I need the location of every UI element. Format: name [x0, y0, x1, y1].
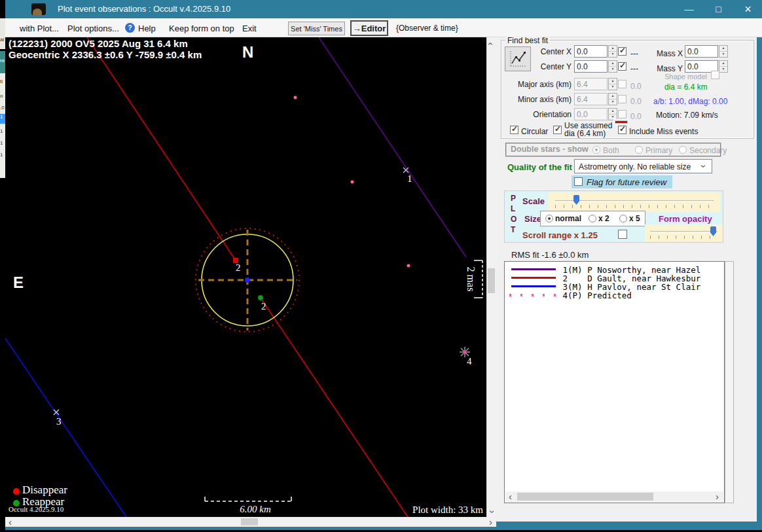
- observer-row-text: 4(P) Predicted: [558, 291, 632, 300]
- center-x-input[interactable]: 0.0: [574, 45, 608, 58]
- spin-down-icon[interactable]: ▼: [719, 67, 727, 72]
- use-assumed-dia-label: Use assumed dia (6.4 km): [564, 122, 612, 137]
- center-y-input[interactable]: 0.0: [574, 60, 608, 73]
- observer-list-vertical-scrollbar[interactable]: [725, 261, 734, 503]
- spin-up-icon[interactable]: ▲: [719, 61, 727, 67]
- predicted-star-center: [463, 351, 467, 354]
- close-button[interactable]: ×: [733, 0, 762, 18]
- center-x-spinner[interactable]: ▲ ▼: [608, 45, 617, 58]
- mass-x-input[interactable]: 0.0: [685, 45, 718, 58]
- plot-header-line1: (122231) 2000 OV5 2025 Aug 31 6.4 km: [9, 38, 202, 49]
- mass-x-spinner[interactable]: ▲ ▼: [719, 45, 728, 58]
- editor-button[interactable]: →Editor: [350, 20, 388, 36]
- spin-down-icon[interactable]: ▼: [609, 52, 617, 57]
- set-miss-times-button[interactable]: Set 'Miss' Times: [288, 22, 345, 35]
- observer-row[interactable]: 3(M) H Pavlov, near St Clair: [505, 282, 723, 291]
- scroll-left-arrow[interactable]: ‹: [9, 519, 12, 525]
- predicted-dot: [351, 181, 354, 184]
- orientation-flag: 0.0: [630, 112, 642, 121]
- minimize-button[interactable]: —: [674, 0, 704, 18]
- spin-up-icon[interactable]: ▲: [719, 46, 727, 52]
- orientation-label: Orientation: [499, 110, 572, 119]
- center-y-spinner[interactable]: ▲ ▼: [608, 60, 617, 73]
- flag-review-checkbox[interactable]: [574, 177, 583, 186]
- observer-scroll-right-arrow[interactable]: ›: [716, 493, 719, 500]
- spin-up-icon[interactable]: ▲: [609, 46, 617, 52]
- sliver-selected-row: 1: [0, 114, 5, 124]
- scale-label: Scale: [522, 196, 545, 206]
- plot-horizontal-scroll-thumb[interactable]: [241, 518, 258, 525]
- center-y-checkbox[interactable]: ✓: [618, 62, 626, 71]
- sliver-fragment: 1: [0, 128, 3, 134]
- scale-slider-thumb[interactable]: [573, 195, 579, 205]
- observer-scroll-left-arrow[interactable]: ‹: [509, 493, 512, 500]
- observer-row[interactable]: 4(P) Predicted: [505, 291, 723, 299]
- plot-vertical-scroll-thumb[interactable]: [488, 268, 495, 293]
- scroll-down-arrow[interactable]: ‹: [488, 510, 494, 514]
- double-stars-primary-radio: [635, 146, 643, 154]
- size-x2-radio[interactable]: [589, 215, 596, 222]
- compass-east-label: E: [13, 274, 24, 292]
- spin-up-icon[interactable]: ▲: [609, 61, 617, 67]
- minor-axis-label: Minor axis (km): [499, 95, 572, 104]
- observer-row[interactable]: 1(M) P Nosworthy, near Hazel: [505, 265, 723, 274]
- double-stars-both-label: Both: [603, 146, 619, 155]
- ab-dmag-label: a/b: 1.00, dMag: 0.00: [653, 97, 727, 106]
- plot-header: (122231) 2000 OV5 2025 Aug 31 6.4 km Geo…: [9, 38, 202, 60]
- plot-canvas[interactable]: 2 2 1 3 4: [5, 37, 486, 517]
- plot-letter-p: P: [511, 194, 516, 203]
- observer-row[interactable]: 2 D Gault, near Hawkesbur: [505, 274, 723, 282]
- menu-item-plot-options[interactable]: Plot options...: [67, 24, 119, 33]
- double-stars-title: Double stars - show: [511, 145, 589, 154]
- chord-4-color-sample: [509, 294, 558, 296]
- menu-item-with-plot[interactable]: with Plot...: [20, 24, 59, 33]
- menu-item-exit[interactable]: Exit: [242, 24, 257, 33]
- major-axis-spinner: ▲ ▼: [608, 78, 617, 90]
- predicted-dot: [294, 96, 297, 99]
- orientation-spinner: ▲ ▼: [608, 108, 617, 120]
- sliver-fragment: o: [0, 93, 3, 99]
- center-x-checkbox[interactable]: ✓: [618, 47, 626, 56]
- circular-checkbox[interactable]: ✓: [510, 126, 518, 134]
- check-icon: ✓: [619, 46, 626, 55]
- center-x-label: Center X: [499, 47, 572, 56]
- orientation-input: 0.0: [574, 108, 608, 120]
- use-assumed-line2: dia (6.4 km): [564, 130, 612, 137]
- application-window: al re ti o .0 1 1 1 1 Plot event observa…: [0, 0, 762, 532]
- scroll-up-arrow[interactable]: ‹: [488, 43, 494, 46]
- scroll-range-checkbox[interactable]: [618, 230, 627, 239]
- form-opacity-slider[interactable]: [645, 224, 723, 241]
- include-miss-label: Include Miss events: [629, 127, 698, 136]
- menu-item-keep-form-on-top[interactable]: Keep form on top: [169, 24, 234, 33]
- form-opacity-slider-thumb[interactable]: [710, 226, 716, 236]
- spin-up-icon: ▲: [609, 94, 617, 99]
- dia-value-label: dia = 6.4 km: [664, 82, 708, 92]
- combo-arrow-icon[interactable]: ›: [700, 165, 707, 168]
- chord-2-disappear-label: 2: [236, 262, 241, 273]
- spin-down-icon[interactable]: ▼: [609, 67, 617, 72]
- circular-label: Circular: [521, 127, 548, 136]
- use-assumed-dia-checkbox[interactable]: ✓: [553, 126, 562, 134]
- spin-down-icon[interactable]: ▼: [719, 52, 727, 57]
- menu-item-help[interactable]: Help: [138, 24, 156, 33]
- chord-2-line-after: [261, 298, 408, 517]
- form-opacity-slider-track[interactable]: [650, 231, 717, 232]
- observer-scroll-thumb[interactable]: [517, 493, 653, 501]
- minor-axis-checkbox: [618, 95, 626, 103]
- chord-3-label: 3: [56, 416, 62, 427]
- scale-slider[interactable]: [549, 192, 720, 212]
- size-x5-radio[interactable]: [619, 215, 627, 222]
- occult-app-icon: [31, 3, 46, 15]
- major-axis-input: 6.4: [574, 78, 608, 90]
- scroll-right-arrow[interactable]: ›: [489, 519, 492, 525]
- include-miss-checkbox[interactable]: ✓: [618, 126, 626, 134]
- size-normal-radio[interactable]: [545, 215, 553, 222]
- mass-y-spinner[interactable]: ▲ ▼: [719, 60, 728, 73]
- spin-down-icon: ▼: [609, 99, 617, 105]
- quality-combobox[interactable]: Astrometry only. No reliable size ›: [574, 159, 712, 173]
- major-axis-flag: 0.0: [630, 82, 642, 91]
- disappear-legend-label: Disappear: [22, 484, 67, 497]
- plot-letter-t: T: [511, 225, 515, 234]
- size-normal-label: normal: [555, 214, 581, 223]
- maximize-button[interactable]: □: [704, 0, 733, 18]
